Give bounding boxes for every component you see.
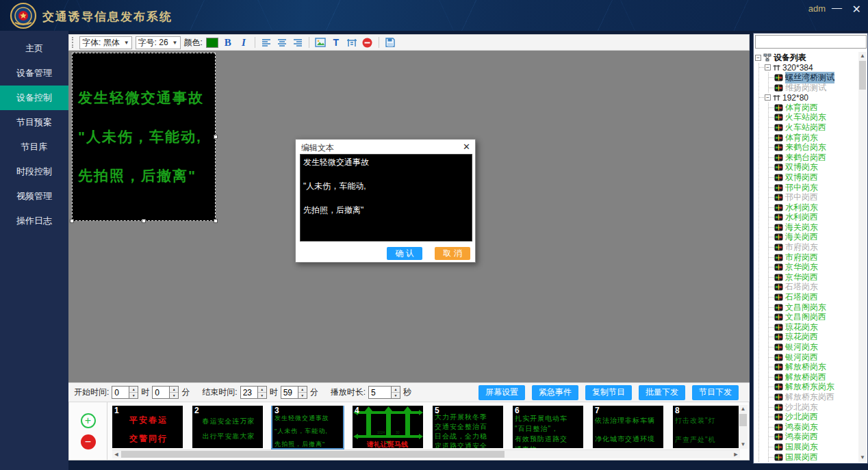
tree-scrollbar[interactable]: ▲ ▼ bbox=[858, 52, 867, 462]
collapse-box-icon[interactable]: − bbox=[765, 64, 771, 70]
align-right-icon[interactable] bbox=[292, 36, 304, 49]
tree-device-item[interactable]: 螺丝湾桥测试 bbox=[769, 73, 859, 83]
horizontal-scrollbar[interactable]: ◄ ► bbox=[112, 449, 740, 458]
tree-device-item[interactable]: 火车站岗西 bbox=[769, 122, 859, 133]
tree-device-item[interactable]: 来鹤台岗东 bbox=[769, 142, 859, 153]
start-minute-input[interactable] bbox=[152, 386, 170, 399]
tree-device-item[interactable]: 京华岗东 bbox=[769, 262, 859, 272]
scroll-down-icon[interactable]: ▼ bbox=[858, 454, 867, 462]
sidebar-item[interactable]: 时段控制 bbox=[0, 159, 68, 184]
scrollbar-thumb[interactable] bbox=[859, 61, 866, 90]
spin-down-icon[interactable]: ▼ bbox=[392, 393, 400, 398]
tree-device-item[interactable]: 来鹤台岗西 bbox=[769, 153, 859, 163]
resize-handle-bottom-right[interactable] bbox=[214, 219, 218, 223]
sidebar-item[interactable]: 节目预案 bbox=[0, 110, 68, 135]
collapse-box-icon[interactable]: − bbox=[765, 94, 771, 101]
tree-device-item[interactable]: 维扬岗测试 bbox=[769, 83, 859, 93]
add-program-button[interactable]: + bbox=[81, 413, 96, 428]
save-icon[interactable] bbox=[384, 36, 396, 49]
tree-device-item[interactable]: 邗中岗东 bbox=[769, 183, 859, 193]
program-thumbnail[interactable]: 6 扎实开展电动车"百日整治"，有效预防道路交通事故。 bbox=[513, 406, 583, 448]
tree-device-item[interactable]: 石塔岗东 bbox=[769, 283, 859, 293]
spin-down-icon[interactable]: ▼ bbox=[298, 393, 307, 398]
tree-device-item[interactable]: 市府岗东 bbox=[769, 242, 859, 252]
tree-device-item[interactable]: 琼花岗东 bbox=[769, 322, 859, 332]
resize-handle-right[interactable] bbox=[214, 135, 218, 139]
collapse-box-icon[interactable]: − bbox=[755, 55, 761, 61]
tree-device-item[interactable]: 海关岗西 bbox=[769, 233, 859, 243]
tree-device-item[interactable]: 鸿泰岗西 bbox=[769, 432, 859, 443]
italic-icon[interactable]: I bbox=[238, 36, 250, 49]
tree-device-item[interactable]: 解放桥岗东 bbox=[769, 362, 859, 372]
tree-device-item[interactable]: 水利岗西 bbox=[769, 213, 859, 223]
color-swatch[interactable] bbox=[206, 38, 218, 48]
spin-down-icon[interactable]: ▼ bbox=[129, 393, 138, 398]
scroll-right-icon[interactable]: ► bbox=[732, 450, 740, 458]
scrollbar-thumb[interactable] bbox=[739, 414, 747, 426]
scrollbar-thumb[interactable] bbox=[121, 451, 505, 458]
minimize-icon[interactable]: — bbox=[832, 1, 842, 13]
tree-device-item[interactable]: 水利岗东 bbox=[769, 203, 859, 213]
tree-device-item[interactable]: 文昌阁岗西 bbox=[769, 312, 859, 322]
spin-up-icon[interactable]: ▲ bbox=[298, 387, 307, 393]
sidebar-item[interactable]: 视频管理 bbox=[0, 184, 68, 209]
sidebar-item[interactable]: 设备管理 bbox=[0, 61, 68, 86]
tree-device-item[interactable]: 沙北岗东 bbox=[769, 402, 859, 413]
program-thumbnail[interactable]: 1 平安春运交警同行 bbox=[112, 406, 183, 448]
align-left-icon[interactable] bbox=[260, 36, 272, 49]
insert-image-icon[interactable] bbox=[314, 36, 327, 49]
confirm-button[interactable]: 确 认 bbox=[387, 247, 422, 260]
start-hour-input[interactable] bbox=[112, 386, 129, 399]
spin-up-icon[interactable]: ▲ bbox=[392, 387, 400, 393]
font-family-select[interactable]: 字体: 黑体 ▼ bbox=[79, 36, 132, 49]
tree-device-item[interactable]: 双博岗西 bbox=[769, 172, 859, 183]
search-input[interactable] bbox=[755, 35, 867, 49]
tree-device-item[interactable]: 体育岗东 bbox=[769, 133, 859, 143]
program-thumbnail[interactable]: 8 打击改装"灯严查严处"机 bbox=[673, 406, 740, 448]
spin-down-icon[interactable]: ▼ bbox=[170, 393, 178, 398]
end-minute-input[interactable] bbox=[281, 386, 298, 399]
tree-device-item[interactable]: 双博岗东 bbox=[769, 163, 859, 173]
program-thumbnail[interactable]: 2 春运安全连万家出行平安靠大家 bbox=[192, 406, 263, 448]
marquee-icon[interactable] bbox=[346, 36, 358, 49]
bold-icon[interactable]: B bbox=[222, 36, 234, 49]
tree-device-item[interactable]: 市府岗西 bbox=[769, 252, 859, 263]
tree-group-row[interactable]: − 192*80 bbox=[759, 92, 859, 103]
tree-device-item[interactable]: 鸿泰岗东 bbox=[769, 422, 859, 432]
dialog-textarea[interactable]: 发生轻微交通事故 "人未伤，车能动, 先拍照，后撤离" bbox=[300, 154, 472, 241]
tree-device-item[interactable]: 京华岗西 bbox=[769, 272, 859, 283]
tree-device-item[interactable]: 银河岗西 bbox=[769, 352, 859, 363]
close-icon[interactable]: ✕ bbox=[463, 142, 470, 152]
program-thumbnail[interactable]: 5 大力开展秋冬季交通安全整治百日会战，全力稳定道路交通安全形势！ bbox=[433, 406, 503, 448]
scroll-down-icon[interactable]: ▼ bbox=[739, 441, 748, 449]
action-button[interactable]: 屏幕设置 bbox=[478, 385, 525, 400]
spin-up-icon[interactable]: ▲ bbox=[129, 387, 138, 393]
tree-device-item[interactable]: 海关岗东 bbox=[769, 222, 859, 233]
vertical-scrollbar[interactable]: ▲ ▼ bbox=[739, 405, 748, 449]
sidebar-item[interactable]: 节目库 bbox=[0, 135, 68, 159]
tree-device-item[interactable]: 文昌阁岗东 bbox=[769, 302, 859, 313]
end-hour-input[interactable] bbox=[240, 386, 258, 399]
led-preview[interactable]: 发生轻微交通事故 "人未伤，车能动, 先拍照，后撤离" bbox=[72, 53, 216, 221]
tree-device-item[interactable]: 解放桥东岗东 bbox=[769, 382, 859, 393]
program-thumbnail[interactable]: 7 依法治理非标车辆净化城市交通环境 bbox=[593, 406, 663, 448]
spin-down-icon[interactable]: ▼ bbox=[258, 393, 266, 398]
action-button[interactable]: 复制节目 bbox=[585, 385, 632, 400]
resize-handle-bottom-left[interactable] bbox=[70, 219, 74, 223]
action-button[interactable]: 批量下发 bbox=[639, 385, 685, 400]
tree-device-item[interactable]: 邗中岗西 bbox=[769, 192, 859, 203]
duration-input[interactable] bbox=[368, 386, 392, 399]
tree-device-item[interactable]: 解放桥东岗西 bbox=[769, 392, 859, 402]
scroll-up-icon[interactable]: ▲ bbox=[739, 405, 748, 413]
tree-device-item[interactable]: 国展岗东 bbox=[769, 442, 859, 452]
tree-device-item[interactable]: 国展岗西 bbox=[769, 452, 859, 462]
tree-device-item[interactable]: 石塔岗西 bbox=[769, 292, 859, 302]
insert-text-icon[interactable]: T bbox=[330, 36, 342, 49]
font-size-select[interactable]: 字号: 26 ▼ bbox=[136, 36, 181, 49]
cancel-button[interactable]: 取 消 bbox=[435, 247, 470, 260]
tree-device-item[interactable]: 沙北岗西 bbox=[769, 412, 859, 422]
remove-program-button[interactable]: − bbox=[81, 434, 96, 449]
tree-device-item[interactable]: 解放桥岗西 bbox=[769, 372, 859, 382]
close-icon[interactable]: ✕ bbox=[852, 3, 861, 16]
tree-device-item[interactable]: 火车站岗东 bbox=[769, 113, 859, 123]
